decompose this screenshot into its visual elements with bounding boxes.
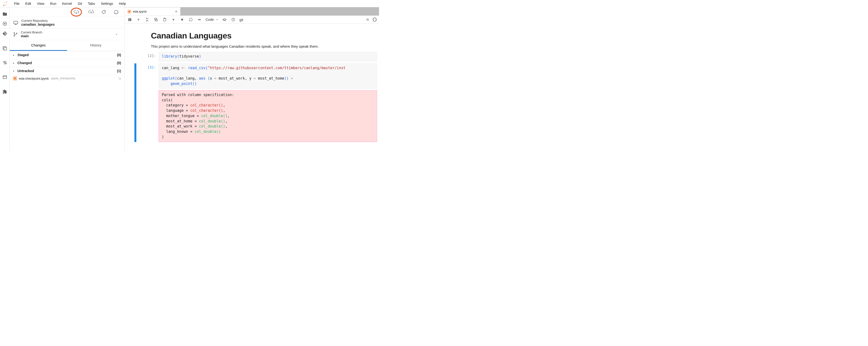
cell-type-label: Code xyxy=(206,18,214,22)
section-staged[interactable]: ▸Staged (0) xyxy=(10,51,124,59)
git-label: git xyxy=(239,18,243,22)
tab-history[interactable]: History xyxy=(67,40,124,51)
untracked-file-name: eda-checkpoint.ipynb xyxy=(19,77,49,80)
repo-label: Current Repository xyxy=(21,19,55,23)
caret-icon: ▸ xyxy=(13,62,16,64)
render-button[interactable] xyxy=(222,17,227,22)
svg-point-11 xyxy=(104,11,105,12)
activity-extensions[interactable] xyxy=(0,87,10,97)
cell-type-select[interactable]: Code xyxy=(206,18,218,22)
svg-rect-23 xyxy=(164,18,165,19)
menu-git[interactable]: Git xyxy=(75,1,85,6)
chevron-down-icon xyxy=(216,18,218,21)
section-untracked-count: (1) xyxy=(117,69,121,73)
svg-point-14 xyxy=(14,35,15,36)
menu-tabs[interactable]: Tabs xyxy=(85,1,98,6)
cell-output: Parsed with column specification: cols( … xyxy=(159,90,377,142)
svg-point-0 xyxy=(6,1,7,2)
code-input[interactable]: library(tidyverse) xyxy=(159,52,377,62)
cut-button[interactable] xyxy=(145,17,150,22)
markdown-cell[interactable]: Canadian Languages This project aims to … xyxy=(134,29,379,51)
code-cell[interactable]: [2]: library(tidyverse) xyxy=(134,51,379,62)
menu-file[interactable]: File xyxy=(11,1,23,6)
current-repository: Current Repository canadian_languages xyxy=(10,17,124,29)
svg-point-13 xyxy=(14,32,15,33)
restart-button[interactable] xyxy=(188,17,193,22)
current-branch[interactable]: Current Branch main xyxy=(10,29,124,40)
notebook-icon xyxy=(128,10,131,13)
highlight-annotation xyxy=(71,8,82,16)
menu-kernel[interactable]: Kernel xyxy=(59,1,74,6)
menu-settings[interactable]: Settings xyxy=(98,1,116,6)
editor-tab-title: eda.ipynb xyxy=(133,10,147,13)
branch-name: main xyxy=(21,34,42,38)
tab-changes[interactable]: Changes xyxy=(10,40,67,51)
activity-tabs[interactable] xyxy=(0,72,10,82)
activity-commands[interactable]: : xyxy=(0,43,10,53)
svg-rect-4 xyxy=(4,23,5,25)
section-untracked[interactable]: ▾Untracked (1) xyxy=(10,67,124,75)
untracked-file-dir: .ipynb_checkpoints xyxy=(51,77,75,80)
activity-bar: : xyxy=(0,7,10,151)
notebook-intro: This project aims to understand what lan… xyxy=(151,44,369,48)
cell-prompt: [3]: xyxy=(136,63,159,142)
svg-rect-19 xyxy=(129,11,130,12)
copy-button[interactable] xyxy=(153,17,159,22)
caret-icon: ▸ xyxy=(13,54,16,56)
untracked-file-status: U xyxy=(119,77,121,80)
svg-rect-17 xyxy=(14,77,16,79)
svg-rect-10 xyxy=(3,76,6,79)
close-tab-button[interactable]: × xyxy=(175,9,177,14)
svg-text::: : xyxy=(4,48,5,50)
section-changed-count: (0) xyxy=(117,61,121,65)
editor-tab[interactable]: eda.ipynb × xyxy=(125,7,180,15)
insert-cell-button[interactable] xyxy=(136,17,141,22)
timing-button[interactable] xyxy=(230,17,236,22)
svg-rect-24 xyxy=(181,19,183,21)
git-toolbar xyxy=(10,7,124,17)
run-all-button[interactable] xyxy=(197,17,202,22)
git-tag-button[interactable] xyxy=(100,9,107,15)
kernel-status-icon[interactable] xyxy=(373,18,377,22)
kernel-short[interactable]: R xyxy=(367,18,369,22)
branch-label: Current Branch xyxy=(21,31,42,34)
activity-git[interactable] xyxy=(0,29,10,38)
code-input[interactable]: can_lang <- read_csv("https://raw.github… xyxy=(159,63,377,89)
editor-tabstrip: eda.ipynb × xyxy=(125,7,379,15)
svg-point-2 xyxy=(3,2,4,2)
jupyter-logo xyxy=(2,0,9,7)
untracked-file-row[interactable]: eda-checkpoint.ipynb .ipynb_checkpoints … xyxy=(10,75,124,82)
git-panel: Current Repository canadian_languages Cu… xyxy=(10,7,125,151)
activity-settings[interactable] xyxy=(0,58,10,68)
svg-point-8 xyxy=(4,61,5,62)
git-push-button[interactable] xyxy=(88,9,94,15)
svg-point-15 xyxy=(16,33,17,34)
section-staged-title: Staged xyxy=(18,53,29,57)
caret-down-icon: ▾ xyxy=(13,70,16,72)
menu-help[interactable]: Help xyxy=(116,1,129,6)
activity-running[interactable] xyxy=(0,19,10,29)
save-button[interactable] xyxy=(127,17,132,22)
notebook-body[interactable]: Canadian Languages This project aims to … xyxy=(125,24,379,151)
menu-edit[interactable]: Edit xyxy=(23,1,34,6)
activity-files[interactable] xyxy=(0,9,10,19)
cell-prompt: [2]: xyxy=(136,52,159,62)
paste-button[interactable] xyxy=(162,17,167,22)
menu-bar: File Edit View Run Kernel Git Tabs Setti… xyxy=(0,0,379,7)
notebook-icon xyxy=(13,76,17,80)
run-button[interactable] xyxy=(171,17,176,22)
git-pull-button[interactable] xyxy=(73,9,80,15)
notebook-toolbar: Code git R xyxy=(125,15,379,24)
svg-point-1 xyxy=(3,5,4,6)
stop-button[interactable] xyxy=(180,17,185,22)
menu-run[interactable]: Run xyxy=(47,1,59,6)
git-subtabs: Changes History xyxy=(10,40,124,51)
notebook-area: eda.ipynb × Code xyxy=(125,7,379,151)
code-cell-active[interactable]: [3]: can_lang <- read_csv("https://raw.g… xyxy=(134,62,379,143)
git-refresh-button[interactable] xyxy=(113,9,120,15)
section-changed[interactable]: ▸Changed (0) xyxy=(10,59,124,67)
menu-view[interactable]: View xyxy=(34,1,47,6)
svg-point-9 xyxy=(5,63,6,64)
notebook-title: Canadian Languages xyxy=(151,31,369,40)
svg-rect-12 xyxy=(14,21,18,24)
